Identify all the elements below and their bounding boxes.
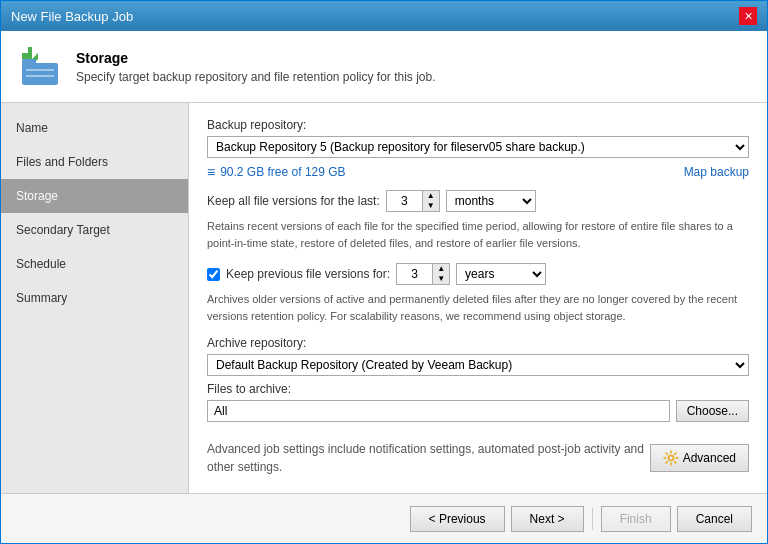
keep-versions-row: Keep all file versions for the last: ▲ ▼… — [207, 190, 749, 212]
advanced-button[interactable]: Advanced — [650, 444, 749, 472]
keep-previous-info: Archives older versions of active and pe… — [207, 291, 749, 324]
content-area: Name Files and Folders Storage Secondary… — [1, 103, 767, 493]
files-to-archive-label: Files to archive: — [207, 382, 749, 396]
archive-repository-row: Default Backup Repository (Created by Ve… — [207, 354, 749, 376]
advanced-section: Advanced job settings include notificati… — [207, 432, 749, 476]
keep-previous-checkbox[interactable] — [207, 268, 220, 281]
backup-repository-row: Backup Repository 5 (Backup repository f… — [207, 136, 749, 158]
header-description: Specify target backup repository and fil… — [76, 70, 436, 84]
svg-point-5 — [668, 456, 673, 461]
keep-versions-up-btn[interactable]: ▲ — [423, 191, 439, 201]
window-title: New File Backup Job — [11, 9, 133, 24]
header-title: Storage — [76, 50, 436, 66]
map-backup-link[interactable]: Map backup — [684, 165, 749, 179]
backup-repository-label: Backup repository: — [207, 118, 749, 132]
sidebar-item-files-and-folders[interactable]: Files and Folders — [1, 145, 188, 179]
sidebar: Name Files and Folders Storage Secondary… — [1, 103, 189, 493]
main-content-panel: Backup repository: Backup Repository 5 (… — [189, 103, 767, 493]
storage-info-row: ≡ 90.2 GB free of 129 GB Map backup — [207, 164, 749, 180]
sidebar-item-schedule[interactable]: Schedule — [1, 247, 188, 281]
footer-separator — [592, 508, 593, 530]
svg-rect-1 — [22, 63, 58, 85]
keep-previous-spinner: ▲ ▼ — [396, 263, 450, 285]
database-icon: ≡ — [207, 164, 215, 180]
sidebar-item-storage[interactable]: Storage — [1, 179, 188, 213]
keep-versions-spinner: ▲ ▼ — [386, 190, 440, 212]
archive-repository-label: Archive repository: — [207, 336, 749, 350]
keep-versions-input[interactable] — [386, 190, 422, 212]
keep-previous-down-btn[interactable]: ▼ — [433, 274, 449, 284]
header-text: Storage Specify target backup repository… — [76, 50, 436, 84]
close-button[interactable]: ✕ — [739, 7, 757, 25]
keep-previous-spinner-buttons: ▲ ▼ — [432, 263, 450, 285]
finish-button[interactable]: Finish — [601, 506, 671, 532]
keep-previous-unit-select[interactable]: months years — [456, 263, 546, 285]
main-window: New File Backup Job ✕ Storage Specify ta… — [0, 0, 768, 544]
storage-header-svg — [18, 45, 62, 89]
cancel-button[interactable]: Cancel — [677, 506, 752, 532]
storage-icon — [16, 43, 64, 91]
keep-previous-label: Keep previous file versions for: — [226, 267, 390, 281]
footer: < Previous Next > Finish Cancel — [1, 493, 767, 543]
sidebar-item-secondary-target[interactable]: Secondary Target — [1, 213, 188, 247]
sidebar-item-name[interactable]: Name — [1, 111, 188, 145]
keep-versions-down-btn[interactable]: ▼ — [423, 201, 439, 211]
archive-section: Archive repository: Default Backup Repos… — [207, 336, 749, 422]
keep-versions-info: Retains recent versions of each file for… — [207, 218, 749, 251]
keep-versions-spinner-buttons: ▲ ▼ — [422, 190, 440, 212]
keep-previous-row: Keep previous file versions for: ▲ ▼ mon… — [207, 263, 749, 285]
choose-button[interactable]: Choose... — [676, 400, 749, 422]
archive-repository-select[interactable]: Default Backup Repository (Created by Ve… — [207, 354, 749, 376]
keep-versions-unit-select[interactable]: months years — [446, 190, 536, 212]
title-bar: New File Backup Job ✕ — [1, 1, 767, 31]
keep-previous-up-btn[interactable]: ▲ — [433, 264, 449, 274]
advanced-text: Advanced job settings include notificati… — [207, 440, 650, 476]
storage-info: ≡ 90.2 GB free of 129 GB — [207, 164, 346, 180]
gear-icon — [663, 450, 679, 466]
storage-free-text: 90.2 GB free of 129 GB — [220, 165, 345, 179]
header-section: Storage Specify target backup repository… — [1, 31, 767, 103]
keep-versions-label: Keep all file versions for the last: — [207, 194, 380, 208]
advanced-label: Advanced — [683, 451, 736, 465]
files-to-archive-input[interactable] — [207, 400, 670, 422]
svg-rect-2 — [22, 59, 36, 65]
backup-repository-select[interactable]: Backup Repository 5 (Backup repository f… — [207, 136, 749, 158]
next-button[interactable]: Next > — [511, 506, 584, 532]
sidebar-item-summary[interactable]: Summary — [1, 281, 188, 315]
files-to-archive-row: Choose... — [207, 400, 749, 422]
keep-previous-input[interactable] — [396, 263, 432, 285]
previous-button[interactable]: < Previous — [410, 506, 505, 532]
